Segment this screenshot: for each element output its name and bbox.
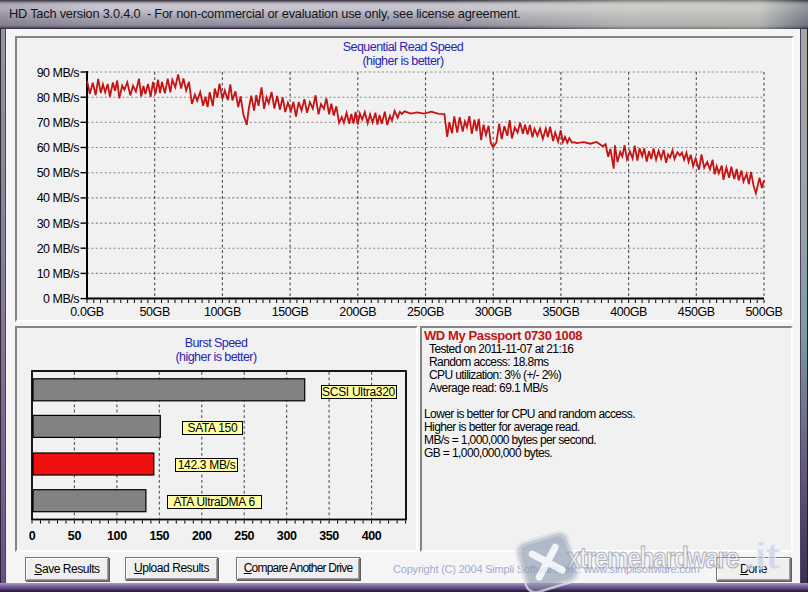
svg-text:xtremehardware: xtremehardware	[567, 542, 739, 574]
svg-text:.it: .it	[743, 536, 781, 577]
